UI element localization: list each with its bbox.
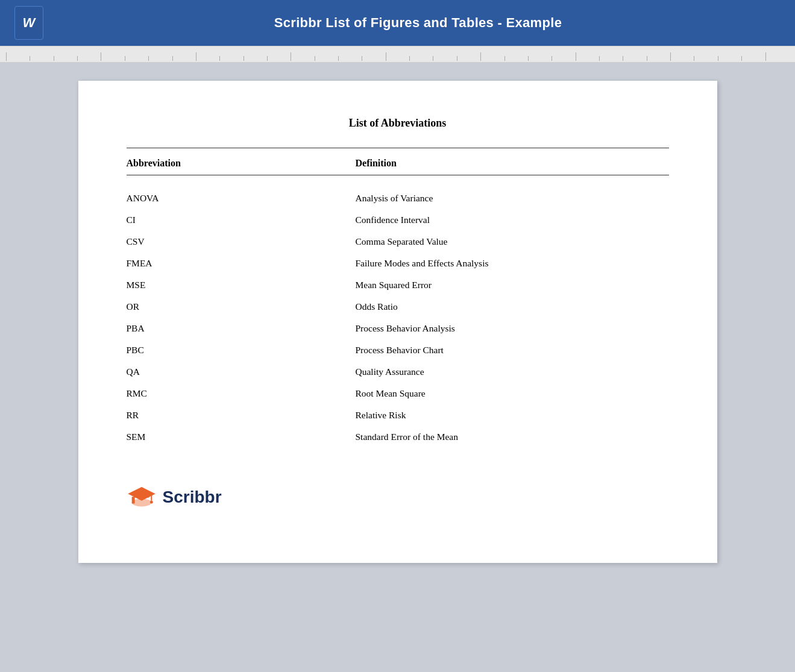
ruler-mark (528, 56, 551, 61)
table-row: ANOVA Analysis of Variance (127, 187, 669, 209)
table-row: PBC Process Behavior Chart (127, 339, 669, 361)
word-icon-letter: W (23, 15, 36, 31)
table-row: MSE Mean Squared Error (127, 274, 669, 296)
table-row: QA Quality Assurance (127, 361, 669, 383)
table-row: SEM Standard Error of the Mean (127, 426, 669, 448)
table-row: CI Confidence Interval (127, 209, 669, 231)
ruler-mark (765, 52, 789, 61)
ruler-mark (291, 52, 314, 61)
ruler-mark (267, 56, 291, 61)
ruler-marks (6, 46, 789, 62)
definition-cell: Odds Ratio (356, 301, 669, 312)
word-icon: W (14, 6, 43, 40)
top-header-bar: W Scribbr List of Figures and Tables - E… (0, 0, 795, 46)
abbreviation-cell: CI (127, 215, 356, 225)
ruler-mark (694, 56, 717, 61)
table-row: FMEA Failure Modes and Effects Analysis (127, 253, 669, 274)
definition-cell: Process Behavior Analysis (356, 323, 669, 334)
table-row: PBA Process Behavior Analysis (127, 318, 669, 339)
definition-cell: Confidence Interval (356, 215, 669, 225)
definition-cell: Relative Risk (356, 410, 669, 421)
abbreviation-cell: FMEA (127, 258, 356, 269)
svg-point-5 (131, 498, 151, 506)
document-footer: Scribbr (127, 472, 669, 510)
definition-cell: Root Mean Square (356, 388, 669, 399)
table-row: RMC Root Mean Square (127, 383, 669, 404)
page-title: Scribbr List of Figures and Tables - Exa… (55, 15, 781, 31)
ruler-mark (504, 56, 528, 61)
ruler-mark (718, 56, 741, 61)
ruler-mark (77, 56, 101, 61)
ruler-mark (54, 56, 77, 61)
column-header-definition: Definition (356, 158, 669, 169)
table-header: Abbreviation Definition (127, 158, 669, 175)
definition-cell: Standard Error of the Mean (356, 432, 669, 442)
ruler-mark (338, 56, 362, 61)
ruler-mark (244, 56, 267, 61)
ruler-mark (670, 52, 694, 61)
table-row: RR Relative Risk (127, 404, 669, 426)
ruler-mark (599, 56, 623, 61)
ruler-mark (196, 52, 219, 61)
ruler-mark (576, 52, 599, 61)
graduation-cap-icon (127, 484, 157, 510)
ruler-mark (362, 56, 385, 61)
definition-cell: Analysis of Variance (356, 193, 669, 204)
ruler-mark (315, 56, 338, 61)
ruler (0, 46, 795, 63)
abbreviation-cell: RR (127, 410, 356, 421)
abbreviation-cell: RMC (127, 388, 356, 399)
definition-cell: Process Behavior Chart (356, 345, 669, 356)
main-content: List of Abbreviations Abbreviation Defin… (0, 63, 795, 672)
ruler-mark (741, 56, 765, 61)
ruler-mark (172, 56, 196, 61)
abbreviation-cell: PBC (127, 345, 356, 356)
definition-cell: Quality Assurance (356, 366, 669, 377)
table-row: OR Odds Ratio (127, 296, 669, 318)
ruler-mark (647, 56, 670, 61)
table-top-rule (127, 148, 669, 148)
document-page: List of Abbreviations Abbreviation Defin… (78, 81, 717, 563)
abbreviation-cell: QA (127, 366, 356, 377)
abbreviation-cell: SEM (127, 432, 356, 442)
ruler-mark (219, 56, 243, 61)
ruler-mark (457, 56, 480, 61)
ruler-mark (386, 52, 409, 61)
svg-rect-2 (133, 496, 149, 498)
ruler-mark (480, 52, 504, 61)
scribbr-brand-name: Scribbr (163, 488, 222, 507)
scribbr-logo: Scribbr (127, 484, 222, 510)
abbreviation-cell: CSV (127, 236, 356, 247)
definition-cell: Comma Separated Value (356, 236, 669, 247)
ruler-mark (551, 56, 575, 61)
table-row: CSV Comma Separated Value (127, 231, 669, 253)
abbreviation-cell: PBA (127, 323, 356, 334)
ruler-mark (6, 52, 30, 61)
abbreviation-cell: ANOVA (127, 193, 356, 204)
abbreviation-cell: OR (127, 301, 356, 312)
ruler-mark (101, 52, 124, 61)
ruler-mark (30, 56, 53, 61)
ruler-mark (125, 56, 148, 61)
abbreviation-cell: MSE (127, 280, 356, 290)
definition-cell: Mean Squared Error (356, 280, 669, 290)
ruler-mark (433, 56, 456, 61)
ruler-mark (148, 56, 172, 61)
document-title: List of Abbreviations (127, 117, 669, 130)
definition-cell: Failure Modes and Effects Analysis (356, 258, 669, 269)
ruler-mark (623, 56, 646, 61)
abbreviations-table-body: ANOVA Analysis of Variance CI Confidence… (127, 187, 669, 448)
ruler-mark (409, 56, 433, 61)
column-header-abbreviation: Abbreviation (127, 158, 356, 169)
